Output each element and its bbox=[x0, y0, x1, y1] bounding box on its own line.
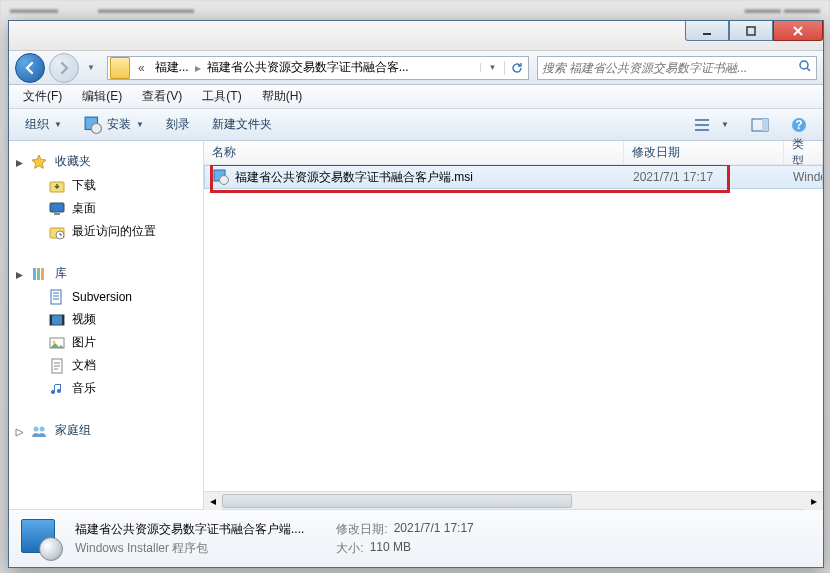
search-icon[interactable] bbox=[798, 59, 812, 76]
sidebar-group-favorites[interactable]: 收藏夹 bbox=[9, 149, 203, 174]
recent-icon bbox=[49, 224, 65, 240]
sidebar-group-homegroup[interactable]: 家庭组 bbox=[9, 418, 203, 443]
desktop-icon bbox=[49, 201, 65, 217]
close-button[interactable] bbox=[773, 21, 823, 41]
sidebar-item-downloads[interactable]: 下载 bbox=[9, 174, 203, 197]
sidebar: 收藏夹 下载 桌面 最近访问的位置 库 Subversion 视频 图片 文档 … bbox=[9, 141, 204, 509]
details-kind: Windows Installer 程序包 bbox=[75, 540, 304, 557]
collapse-icon[interactable] bbox=[15, 269, 24, 278]
sidebar-item-desktop[interactable]: 桌面 bbox=[9, 197, 203, 220]
breadcrumb-prefix: « bbox=[132, 61, 151, 75]
star-icon bbox=[31, 154, 47, 170]
breadcrumb-segment[interactable]: 福建... bbox=[151, 59, 193, 76]
menu-edit[interactable]: 编辑(E) bbox=[74, 86, 130, 107]
homegroup-icon bbox=[31, 423, 47, 439]
svg-rect-14 bbox=[37, 268, 40, 280]
svg-rect-9 bbox=[50, 203, 64, 212]
details-name: 福建省公共资源交易数字证书融合客户端.... bbox=[75, 521, 304, 538]
details-size-value: 110 MB bbox=[370, 540, 411, 557]
svg-point-1 bbox=[800, 61, 808, 69]
svg-rect-16 bbox=[51, 290, 61, 304]
sidebar-group-libraries[interactable]: 库 bbox=[9, 261, 203, 286]
new-folder-button[interactable]: 新建文件夹 bbox=[202, 112, 282, 137]
details-date-label: 修改日期: bbox=[336, 521, 387, 538]
column-header-type[interactable]: 类型 bbox=[784, 141, 823, 164]
dropdown-icon[interactable]: ▼ bbox=[480, 63, 504, 72]
nav-bar: ▼ « 福建... ▸ 福建省公共资源交易数字证书融合客... ▼ bbox=[9, 51, 823, 85]
pictures-icon bbox=[49, 335, 65, 351]
msi-large-icon bbox=[19, 517, 63, 561]
videos-icon bbox=[49, 312, 65, 328]
minimize-button[interactable] bbox=[685, 21, 729, 41]
search-input[interactable] bbox=[542, 61, 798, 75]
file-list[interactable]: 福建省公共资源交易数字证书融合客户端.msi 2021/7/1 17:17 Wi… bbox=[204, 165, 823, 491]
titlebar bbox=[9, 21, 823, 51]
file-name: 福建省公共资源交易数字证书融合客户端.msi bbox=[235, 169, 473, 186]
folder-icon bbox=[110, 57, 130, 79]
expand-icon[interactable] bbox=[15, 426, 24, 435]
toolbar: 组织▼ 安装▼ 刻录 新建文件夹 ▼ ? bbox=[9, 109, 823, 141]
svg-rect-13 bbox=[33, 268, 36, 280]
svg-rect-0 bbox=[747, 27, 755, 35]
svg-rect-19 bbox=[62, 315, 64, 325]
downloads-icon bbox=[49, 178, 65, 194]
msi-icon bbox=[213, 169, 229, 185]
column-header-name[interactable]: 名称 bbox=[204, 141, 624, 164]
help-button[interactable]: ? bbox=[781, 113, 817, 137]
burn-button[interactable]: 刻录 bbox=[156, 112, 200, 137]
sidebar-item-recent[interactable]: 最近访问的位置 bbox=[9, 220, 203, 243]
menu-help[interactable]: 帮助(H) bbox=[254, 86, 311, 107]
history-dropdown-icon[interactable]: ▼ bbox=[83, 63, 99, 72]
chevron-down-icon: ▼ bbox=[54, 120, 62, 129]
svg-rect-5 bbox=[762, 119, 768, 131]
file-list-pane: 名称 修改日期 类型 福建省公共资源交易数字证书融合客户端.msi 2021/7… bbox=[204, 141, 823, 509]
svg-point-26 bbox=[220, 176, 229, 185]
scroll-right-icon[interactable]: ▸ bbox=[805, 492, 823, 510]
preview-pane-button[interactable] bbox=[741, 114, 779, 136]
music-icon bbox=[49, 381, 65, 397]
refresh-icon[interactable] bbox=[504, 61, 528, 75]
menubar: 文件(F) 编辑(E) 查看(V) 工具(T) 帮助(H) bbox=[9, 85, 823, 109]
install-button[interactable]: 安装▼ bbox=[74, 112, 154, 138]
column-header-date[interactable]: 修改日期 bbox=[624, 141, 784, 164]
chevron-down-icon: ▼ bbox=[136, 120, 144, 129]
sidebar-item-videos[interactable]: 视频 bbox=[9, 308, 203, 331]
sidebar-item-subversion[interactable]: Subversion bbox=[9, 286, 203, 308]
sidebar-item-pictures[interactable]: 图片 bbox=[9, 331, 203, 354]
file-date: 2021/7/1 17:17 bbox=[625, 170, 785, 184]
svg-rect-18 bbox=[50, 315, 52, 325]
svg-point-23 bbox=[34, 426, 39, 431]
chevron-down-icon: ▼ bbox=[721, 120, 729, 129]
view-options-button[interactable]: ▼ bbox=[684, 113, 739, 137]
breadcrumb[interactable]: « 福建... ▸ 福建省公共资源交易数字证书融合客... ▼ bbox=[107, 56, 529, 80]
collapse-icon[interactable] bbox=[15, 157, 24, 166]
scrollbar-thumb[interactable] bbox=[222, 494, 572, 508]
svg-rect-15 bbox=[41, 268, 44, 280]
chevron-right-icon: ▸ bbox=[193, 61, 203, 75]
svg-point-21 bbox=[53, 340, 56, 343]
search-box[interactable] bbox=[537, 56, 817, 80]
breadcrumb-segment[interactable]: 福建省公共资源交易数字证书融合客... bbox=[203, 59, 413, 76]
sidebar-item-music[interactable]: 音乐 bbox=[9, 377, 203, 400]
details-size-label: 大小: bbox=[336, 540, 363, 557]
svg-rect-17 bbox=[50, 315, 64, 325]
svg-point-3 bbox=[91, 123, 101, 133]
menu-file[interactable]: 文件(F) bbox=[15, 86, 70, 107]
details-pane: 福建省公共资源交易数字证书融合客户端.... Windows Installer… bbox=[9, 509, 823, 567]
svg-text:?: ? bbox=[795, 118, 802, 132]
sidebar-item-documents[interactable]: 文档 bbox=[9, 354, 203, 377]
column-headers: 名称 修改日期 类型 bbox=[204, 141, 823, 165]
forward-button[interactable] bbox=[49, 53, 79, 83]
maximize-button[interactable] bbox=[729, 21, 773, 41]
file-row[interactable]: 福建省公共资源交易数字证书融合客户端.msi 2021/7/1 17:17 Wi… bbox=[204, 165, 823, 189]
horizontal-scrollbar[interactable]: ◂ ▸ bbox=[204, 491, 823, 509]
back-button[interactable] bbox=[15, 53, 45, 83]
subversion-icon bbox=[49, 289, 65, 305]
documents-icon bbox=[49, 358, 65, 374]
libraries-icon bbox=[31, 266, 47, 282]
scroll-left-icon[interactable]: ◂ bbox=[204, 492, 222, 510]
menu-view[interactable]: 查看(V) bbox=[134, 86, 190, 107]
svg-rect-10 bbox=[54, 213, 60, 215]
menu-tools[interactable]: 工具(T) bbox=[194, 86, 249, 107]
organize-button[interactable]: 组织▼ bbox=[15, 112, 72, 137]
